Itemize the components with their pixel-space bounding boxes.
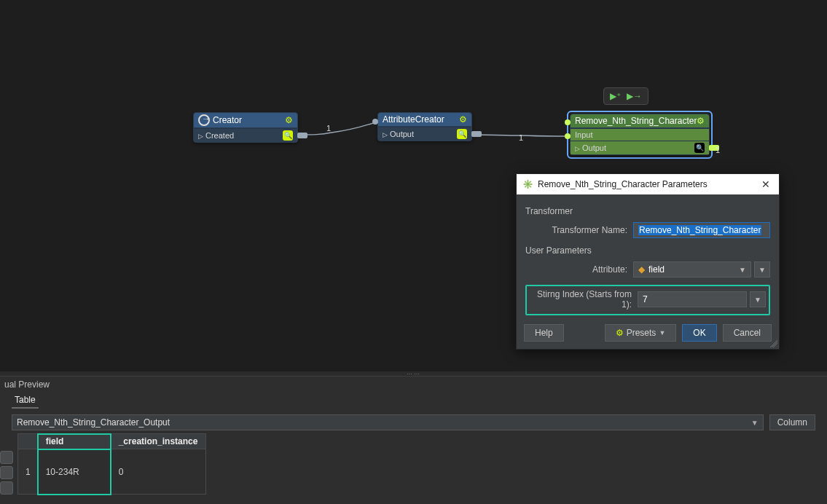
dialog-title: Remove_Nth_String_Character Parameters	[538, 179, 708, 189]
node-attributecreator-title: AttributeCreator	[383, 114, 444, 125]
string-index-extra-button[interactable]: ▼	[750, 291, 766, 307]
output-stub[interactable]	[297, 133, 307, 138]
input-dot[interactable]	[565, 119, 571, 125]
output-stub[interactable]	[471, 131, 482, 137]
cancel-button[interactable]: Cancel	[723, 324, 772, 342]
gear-icon[interactable]: ⚙	[459, 114, 467, 125]
chevron-down-icon: ▼	[739, 266, 746, 274]
node-attributecreator[interactable]: AttributeCreator ⚙ Output	[377, 112, 472, 141]
node-remove-nth-port-out[interactable]: Output	[571, 141, 709, 154]
cell-creation-instance[interactable]: 0	[111, 449, 205, 495]
inspect-icon[interactable]	[457, 129, 467, 139]
node-creator-port-out[interactable]: Created	[194, 128, 297, 142]
row-tool-icon[interactable]	[0, 451, 13, 464]
attribute-extra-button[interactable]: ▼	[754, 261, 770, 277]
transformer-icon: ✳️	[522, 179, 533, 189]
creator-icon	[198, 114, 210, 126]
table-row[interactable]: 1 10-234R 0	[18, 449, 206, 495]
edge-count-2: 1	[519, 133, 523, 142]
run-icon[interactable]: ▶⁺	[610, 91, 621, 101]
node-attributecreator-port-out[interactable]: Output	[378, 127, 471, 141]
visual-preview-panel: ual Preview Table Remove_Nth_String_Char…	[0, 376, 827, 504]
tab-table[interactable]: Table	[12, 393, 39, 409]
preview-panel-title: ual Preview	[0, 377, 827, 393]
section-transformer-label: Transformer	[525, 206, 770, 216]
col-field-header[interactable]: field	[38, 434, 111, 449]
help-button[interactable]: Help	[524, 324, 564, 342]
row-string-index: Stirng Index (Starts from 1): 7 ▼	[530, 289, 766, 310]
resize-grip[interactable]	[770, 340, 777, 347]
preview-source-dropdown[interactable]: Remove_Nth_String_Character_Output ▼	[12, 414, 764, 430]
presets-button[interactable]: ⚙ Presets ▼	[605, 324, 677, 342]
attribute-label: Attribute:	[525, 264, 627, 275]
input-dot[interactable]	[372, 119, 378, 125]
node-remove-nth-port-in[interactable]: Input	[571, 128, 709, 141]
attribute-icon: ◆	[638, 264, 645, 275]
triangle-icon	[575, 143, 580, 152]
dialog-button-row: Help ⚙ Presets ▼ OK Cancel	[517, 318, 779, 349]
row-action-column	[0, 433, 16, 495]
preview-table: field _creation_instance 1 10-234R 0	[17, 433, 206, 495]
close-icon[interactable]: ✕	[759, 178, 773, 190]
table-header-row: field _creation_instance	[18, 434, 206, 449]
columns-button[interactable]: Column	[769, 414, 815, 430]
preview-tabs: Table	[0, 393, 827, 412]
row-index-cell: 1	[18, 449, 39, 495]
node-creator-title: Creator	[213, 115, 242, 125]
attribute-dropdown[interactable]: ◆ field ▼	[633, 261, 751, 277]
node-remove-nth[interactable]: Remove_Nth_String_Character ⚙ Input Outp…	[570, 114, 710, 155]
ok-button[interactable]: OK	[682, 324, 716, 342]
gear-icon[interactable]: ⚙	[285, 115, 293, 125]
chevron-down-icon: ▼	[751, 419, 759, 427]
chevron-down-icon: ▼	[659, 329, 665, 336]
cell-field[interactable]: 10-234R	[38, 449, 111, 495]
row-index-header	[18, 434, 39, 449]
dialog-titlebar[interactable]: ✳️ Remove_Nth_String_Character Parameter…	[517, 174, 779, 194]
parameters-dialog[interactable]: ✳️ Remove_Nth_String_Character Parameter…	[516, 173, 780, 350]
node-attributecreator-header[interactable]: AttributeCreator ⚙	[378, 113, 471, 127]
node-remove-nth-title: Remove_Nth_String_Character	[575, 116, 697, 126]
inspect-icon[interactable]	[694, 143, 705, 153]
transformer-name-input[interactable]: Remove_Nth_String_Character	[633, 222, 770, 238]
node-action-bar[interactable]: ▶⁺ ▶→	[603, 87, 648, 105]
triangle-icon	[383, 130, 388, 138]
node-remove-nth-header[interactable]: Remove_Nth_String_Character ⚙	[571, 114, 709, 128]
edge-count-3: 1	[716, 146, 720, 154]
string-index-highlight: Stirng Index (Starts from 1): 7 ▼	[525, 285, 770, 315]
gear-icon: ⚙	[616, 328, 624, 338]
node-creator[interactable]: Creator ⚙ Created	[193, 112, 298, 143]
run-to-icon[interactable]: ▶→	[627, 91, 642, 101]
col-creation-instance-header[interactable]: _creation_instance	[111, 434, 205, 449]
row-attribute: Attribute: ◆ field ▼ ▼	[525, 261, 770, 277]
row-tool-icon[interactable]	[0, 466, 13, 479]
preview-toolbar: Remove_Nth_String_Character_Output ▼ Col…	[0, 412, 827, 433]
transformer-name-label: Transformer Name:	[525, 225, 627, 235]
string-index-label: Stirng Index (Starts from 1):	[530, 289, 632, 310]
string-index-input[interactable]: 7	[638, 291, 747, 307]
inspect-icon[interactable]	[283, 130, 293, 141]
node-creator-header[interactable]: Creator ⚙	[194, 113, 297, 128]
gear-icon[interactable]: ⚙	[697, 116, 705, 126]
row-tool-icon[interactable]	[0, 481, 13, 495]
section-user-params-label: User Parameters	[525, 245, 770, 256]
triangle-icon	[198, 131, 203, 140]
input-dot[interactable]	[565, 133, 571, 139]
edge-count-1: 1	[326, 124, 331, 133]
row-transformer-name: Transformer Name: Remove_Nth_String_Char…	[525, 222, 770, 238]
